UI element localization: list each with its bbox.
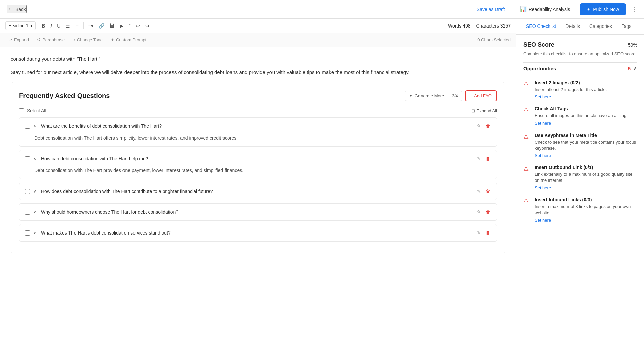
opp-content-4: Insert Outbound Link (0/1) Link external… — [535, 165, 637, 190]
opp-warning-icon-4: ⚠ — [523, 165, 531, 172]
ordered-list-button[interactable]: ≡ — [73, 22, 80, 30]
seo-score-desc: Complete this checklist to ensure an opt… — [523, 51, 637, 57]
expand-all-icon: ⊞ — [471, 108, 475, 113]
editor-content[interactable]: consolidating your debts with 'The Hart.… — [0, 47, 516, 362]
opp-warning-icon-3: ⚠ — [523, 133, 531, 140]
toolbar-left: Heading 1 ▾ B I U ☰ ≡ ≡▾ 🔗 🖼 ▶ " ↩ ↪ — [5, 21, 151, 30]
opp-link-3[interactable]: Set here — [535, 153, 551, 158]
faq-edit-button-4[interactable]: ✎ — [476, 208, 482, 216]
readability-icon: 📊 — [520, 6, 527, 12]
faq-delete-button-5[interactable]: 🗑 — [485, 229, 491, 237]
opp-desc-3: Check to see that your meta title contai… — [535, 139, 637, 151]
faq-chevron-3[interactable]: ∨ — [33, 189, 36, 194]
italic-button[interactable]: I — [48, 22, 54, 30]
faq-actions-4: ✎ 🗑 — [476, 208, 491, 216]
more-options-icon[interactable]: ⋮ — [631, 6, 637, 13]
faq-header-actions: ✦ Generate More | 3/4 + Add FAQ — [405, 90, 497, 101]
opp-desc-4: Link externally to a maximum of 1 good q… — [535, 171, 637, 184]
opp-link-1[interactable]: Set here — [535, 94, 551, 99]
opportunity-item-1: ⚠ Insert 2 Images (0/2) Insert atleast 2… — [523, 80, 637, 99]
faq-checkbox-1[interactable] — [25, 124, 30, 129]
select-all-label[interactable]: Select All — [19, 108, 46, 113]
custom-prompt-button[interactable]: ✦ Custom Prompt — [107, 36, 150, 44]
paraphrase-button[interactable]: ↺ Paraphrase — [34, 36, 68, 44]
opp-content-5: Insert Inbound Links (0/3) Insert a maxi… — [535, 197, 637, 222]
opp-title-5: Insert Inbound Links (0/3) — [535, 197, 637, 202]
opp-content-2: Check Alt Tags Ensure all images on this… — [535, 106, 637, 125]
faq-edit-button-2[interactable]: ✎ — [476, 155, 482, 162]
opp-warning-icon-1: ⚠ — [523, 80, 531, 88]
bullet-list-button[interactable]: ☰ — [64, 22, 72, 30]
ai-tools: ↗ Expand ↺ Paraphrase ♪ Change Tone ✦ Cu… — [5, 36, 150, 44]
opp-title-4: Insert Outbound Link (0/1) — [535, 165, 637, 170]
generate-more-button[interactable]: ✦ Generate More | 3/4 — [405, 91, 462, 101]
chars-count: Characters 3257 — [476, 23, 511, 29]
faq-item-header-4: ∨ Why should homeowners choose The Hart … — [19, 204, 497, 220]
custom-prompt-label: Custom Prompt — [116, 37, 146, 42]
redo-button[interactable]: ↪ — [143, 22, 151, 30]
faq-checkbox-5[interactable] — [25, 230, 30, 236]
opportunity-item-4: ⚠ Insert Outbound Link (0/1) Link extern… — [523, 165, 637, 190]
faq-delete-button-1[interactable]: 🗑 — [485, 122, 491, 130]
faq-checkbox-2[interactable] — [25, 156, 30, 161]
tab-tags[interactable]: Tags — [617, 19, 636, 34]
readability-button[interactable]: 📊 Readability Analysis — [516, 3, 575, 15]
faq-delete-button-4[interactable]: 🗑 — [485, 208, 491, 216]
quote-button[interactable]: " — [127, 22, 133, 30]
faq-edit-button-3[interactable]: ✎ — [476, 188, 482, 195]
save-draft-button[interactable]: Save as Draft — [471, 4, 510, 15]
chars-selected: 0 Chars Selected — [477, 37, 511, 42]
toolbar-separator-1 — [83, 22, 84, 29]
faq-chevron-4[interactable]: ∨ — [33, 210, 36, 214]
underline-button[interactable]: U — [55, 22, 62, 30]
opp-link-2[interactable]: Set here — [535, 121, 551, 126]
faq-edit-button-5[interactable]: ✎ — [476, 229, 482, 237]
tab-categories[interactable]: Categories — [585, 19, 616, 34]
opportunities-title: Opportunities — [523, 66, 556, 71]
back-button[interactable]: ← Back — [7, 5, 27, 13]
faq-actions-5: ✎ 🗑 — [476, 229, 491, 237]
tab-seo-checklist[interactable]: SEO Checklist — [522, 19, 560, 34]
faq-checkbox-4[interactable] — [25, 210, 30, 215]
faq-delete-button-2[interactable]: 🗑 — [485, 155, 491, 162]
opp-link-5[interactable]: Set here — [535, 218, 551, 223]
opp-link-4[interactable]: Set here — [535, 185, 551, 190]
link-button[interactable]: 🔗 — [97, 22, 106, 30]
main-layout: Heading 1 ▾ B I U ☰ ≡ ≡▾ 🔗 🖼 ▶ " ↩ ↪ Wor… — [0, 19, 644, 362]
topbar-left: ← Back — [7, 5, 27, 13]
seo-score-bar-area: 59% — [625, 42, 637, 48]
faq-checkbox-3[interactable] — [25, 189, 30, 194]
faq-chevron-2[interactable]: ∧ — [33, 156, 36, 161]
expand-all-button[interactable]: ⊞ Expand All — [471, 108, 497, 113]
change-tone-button[interactable]: ♪ Change Tone — [69, 36, 106, 44]
faq-chevron-1[interactable]: ∧ — [33, 124, 36, 128]
undo-button[interactable]: ↩ — [134, 22, 142, 30]
expand-all-label: Expand All — [477, 108, 497, 113]
opp-warning-icon-2: ⚠ — [523, 106, 531, 114]
expand-button[interactable]: ↗ Expand — [5, 36, 32, 44]
publish-button[interactable]: ✈ Publish Now — [580, 3, 626, 15]
bold-button[interactable]: B — [40, 22, 47, 30]
faq-delete-button-3[interactable]: 🗑 — [485, 188, 491, 195]
faq-question-3: How does debt consolidation with The Har… — [41, 189, 473, 194]
opp-title-3: Use Keyphrase in Meta Title — [535, 133, 637, 138]
opportunities-collapse-button[interactable]: ∧ — [633, 65, 637, 72]
align-button[interactable]: ≡▾ — [86, 22, 95, 30]
faq-item-2: ∧ How can debt consolidation with The Ha… — [19, 150, 497, 179]
select-all-checkbox[interactable] — [19, 108, 24, 113]
publish-label: Publish Now — [593, 7, 619, 12]
image-button[interactable]: 🖼 — [108, 22, 116, 30]
tab-details[interactable]: Details — [561, 19, 584, 34]
add-faq-label: + Add FAQ — [470, 93, 492, 98]
heading-select[interactable]: Heading 1 ▾ — [5, 21, 36, 30]
heading-select-label: Heading 1 — [8, 23, 28, 28]
seo-tabs: SEO Checklist Details Categories Tags — [516, 19, 644, 35]
video-button[interactable]: ▶ — [118, 22, 126, 30]
select-all-text: Select All — [27, 108, 46, 113]
change-tone-label: Change Tone — [77, 37, 103, 42]
faq-chevron-5[interactable]: ∨ — [33, 230, 36, 235]
add-faq-button[interactable]: + Add FAQ — [465, 90, 497, 101]
faq-edit-button-1[interactable]: ✎ — [476, 122, 482, 130]
opportunities-section: Opportunities 5 ∧ ⚠ Insert 2 Images (0/2… — [516, 63, 644, 232]
opp-desc-2: Ensure all images on this article have a… — [535, 113, 637, 119]
